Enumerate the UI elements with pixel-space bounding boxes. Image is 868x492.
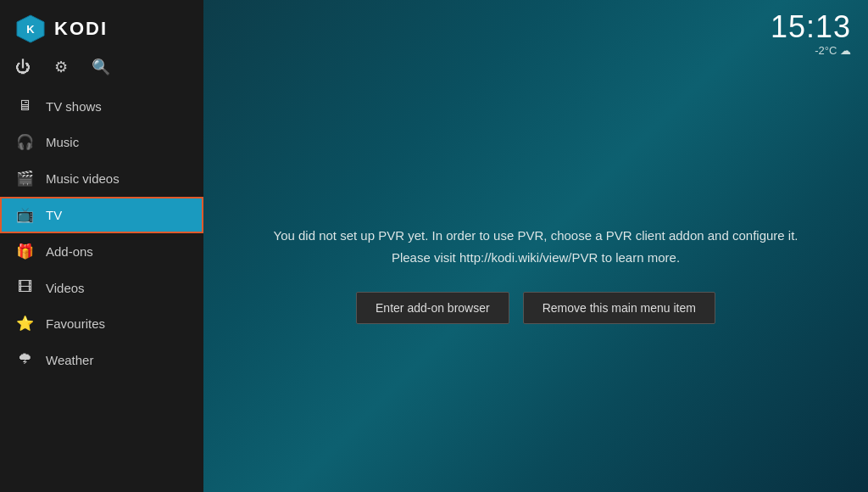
clock-weather: -2°C ☁	[771, 44, 851, 57]
sidebar-item-music[interactable]: 🎧 Music	[0, 124, 203, 160]
remove-menu-item-button[interactable]: Remove this main menu item	[523, 292, 715, 324]
sidebar-item-videos-label: Videos	[46, 281, 85, 295]
tv-icon: 📺	[15, 206, 34, 224]
sidebar-item-videos[interactable]: 🎞 Videos	[0, 270, 203, 305]
svg-text:K: K	[26, 23, 35, 36]
pvr-content: You did not set up PVR yet. In order to …	[203, 57, 868, 492]
main-nav: 🖥 TV shows 🎧 Music 🎬 Music videos 📺 TV 🎁…	[0, 88, 203, 492]
app-name: KODI	[54, 18, 108, 40]
sidebar-item-favourites-label: Favourites	[46, 316, 105, 331]
toolbar: ⏻ ⚙ 🔍	[0, 53, 203, 88]
music-icon: 🎧	[15, 133, 34, 151]
add-ons-icon: 🎁	[15, 243, 34, 260]
kodi-logo-icon: K	[15, 14, 46, 44]
videos-icon: 🎞	[15, 279, 34, 296]
settings-icon[interactable]: ⚙	[54, 58, 68, 76]
pvr-message: You did not set up PVR yet. In order to …	[274, 225, 798, 268]
action-buttons: Enter add-on browser Remove this main me…	[356, 292, 715, 324]
sidebar-item-music-videos[interactable]: 🎬 Music videos	[0, 160, 203, 197]
clock-area: 15:13 -2°C ☁	[771, 12, 851, 57]
pvr-message-line1: You did not set up PVR yet. In order to …	[274, 228, 798, 243]
music-videos-icon: 🎬	[15, 170, 34, 187]
sidebar-item-add-ons[interactable]: 🎁 Add-ons	[0, 233, 203, 270]
clock-time: 15:13	[771, 12, 851, 42]
sidebar-item-tv-label: TV	[46, 208, 62, 222]
search-icon[interactable]: 🔍	[92, 58, 110, 76]
sidebar: K KODI ⏻ ⚙ 🔍 🖥 TV shows 🎧 Music 🎬 Music …	[0, 0, 203, 492]
power-icon[interactable]: ⏻	[15, 59, 31, 76]
sidebar-item-tv-shows[interactable]: 🖥 TV shows	[0, 88, 203, 124]
sidebar-item-favourites[interactable]: ⭐ Favourites	[0, 305, 203, 342]
tv-shows-icon: 🖥	[15, 98, 34, 115]
sidebar-item-add-ons-label: Add-ons	[46, 244, 93, 259]
sidebar-item-weather[interactable]: 🌩 Weather	[0, 342, 203, 377]
enter-addon-browser-button[interactable]: Enter add-on browser	[356, 292, 509, 324]
weather-icon: 🌩	[15, 351, 34, 368]
favourites-icon: ⭐	[15, 315, 34, 333]
top-bar: 15:13 -2°C ☁	[203, 0, 868, 57]
main-content: 15:13 -2°C ☁ You did not set up PVR yet.…	[203, 0, 868, 492]
sidebar-item-music-videos-label: Music videos	[46, 171, 120, 186]
sidebar-item-tv-shows-label: TV shows	[46, 99, 102, 114]
sidebar-item-weather-label: Weather	[46, 353, 93, 367]
sidebar-item-music-label: Music	[46, 135, 79, 149]
app-logo-area: K KODI	[0, 0, 203, 53]
sidebar-item-tv[interactable]: 📺 TV	[0, 197, 203, 233]
pvr-message-line2: Please visit http://kodi.wiki/view/PVR t…	[392, 250, 680, 265]
